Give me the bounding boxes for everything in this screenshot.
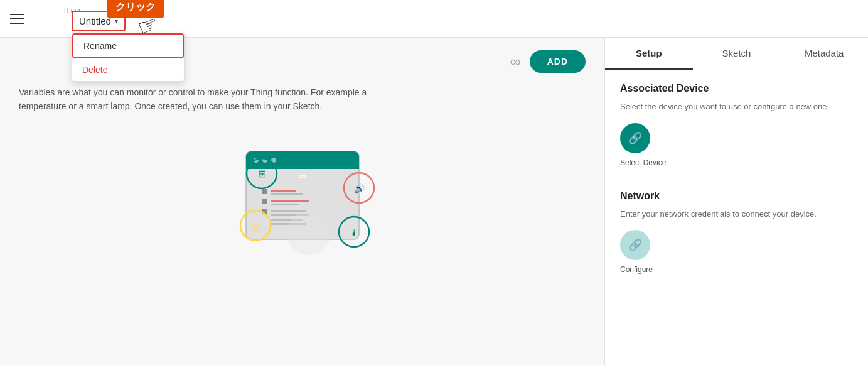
network-desc: Enter your network credentials to connec… bbox=[620, 208, 853, 221]
tab-sketch[interactable]: Sketch bbox=[693, 38, 781, 70]
tab-metadata[interactable]: Metadata bbox=[780, 38, 868, 70]
configure-label: Configure bbox=[620, 265, 853, 274]
variables-description: Variables are what you can monitor or co… bbox=[19, 85, 395, 114]
panel-content: Associated Device Select the device you … bbox=[605, 70, 868, 365]
associated-device-desc: Select the device you want to use or con… bbox=[620, 101, 853, 113]
svg-rect-10 bbox=[262, 199, 267, 204]
dropdown-menu: Rename Delete bbox=[72, 33, 185, 82]
configure-button[interactable]: 🔗 bbox=[620, 230, 650, 260]
svg-text:🌡: 🌡 bbox=[350, 227, 358, 237]
illustration: ∞ ⊞ ◎ bbox=[19, 133, 586, 258]
infinity-icon: ∞ bbox=[510, 53, 520, 70]
main-layout: ∞ ADD Variables are what you can monitor… bbox=[0, 38, 868, 365]
click-annotation: クリック bbox=[107, 0, 164, 18]
network-section: Network Enter your network credentials t… bbox=[620, 190, 853, 275]
sidebar-toggle[interactable] bbox=[10, 9, 30, 29]
tabs-row: Setup Sketch Metadata bbox=[605, 38, 868, 70]
select-device-button[interactable]: 🔗 bbox=[620, 123, 650, 153]
content-area: ∞ ADD Variables are what you can monitor… bbox=[0, 38, 604, 365]
associated-device-title: Associated Device bbox=[620, 83, 853, 94]
chevron-down-icon: ▾ bbox=[115, 18, 118, 25]
svg-rect-11 bbox=[271, 200, 309, 202]
rename-menu-item[interactable]: Rename bbox=[72, 33, 184, 58]
add-button[interactable]: ADD bbox=[530, 50, 586, 73]
delete-menu-item[interactable]: Delete bbox=[72, 58, 184, 81]
svg-point-26 bbox=[287, 211, 331, 255]
svg-rect-12 bbox=[271, 204, 299, 205]
svg-rect-8 bbox=[271, 190, 296, 192]
svg-text:⊞: ⊞ bbox=[257, 168, 265, 179]
network-title: Network bbox=[620, 190, 853, 202]
tab-setup[interactable]: Setup bbox=[605, 38, 693, 70]
right-panel: Setup Sketch Metadata Associated Device … bbox=[604, 38, 868, 365]
svg-text:∞: ∞ bbox=[298, 170, 306, 182]
link-icon: 🔗 bbox=[628, 131, 642, 145]
divider bbox=[620, 180, 853, 180]
select-device-label: Select Device bbox=[620, 158, 853, 167]
svg-rect-7 bbox=[262, 189, 267, 194]
svg-rect-14 bbox=[271, 210, 306, 212]
top-bar: Thing クリック ☞ Untitled ▾ Rename Delete bbox=[0, 0, 868, 38]
svg-text:🔊: 🔊 bbox=[353, 183, 365, 194]
title-text: Untitled bbox=[79, 16, 111, 26]
configure-link-icon: 🔗 bbox=[628, 238, 642, 252]
svg-text:◎: ◎ bbox=[251, 221, 260, 231]
associated-device-section: Associated Device Select the device you … bbox=[620, 83, 853, 167]
svg-rect-9 bbox=[271, 193, 303, 195]
